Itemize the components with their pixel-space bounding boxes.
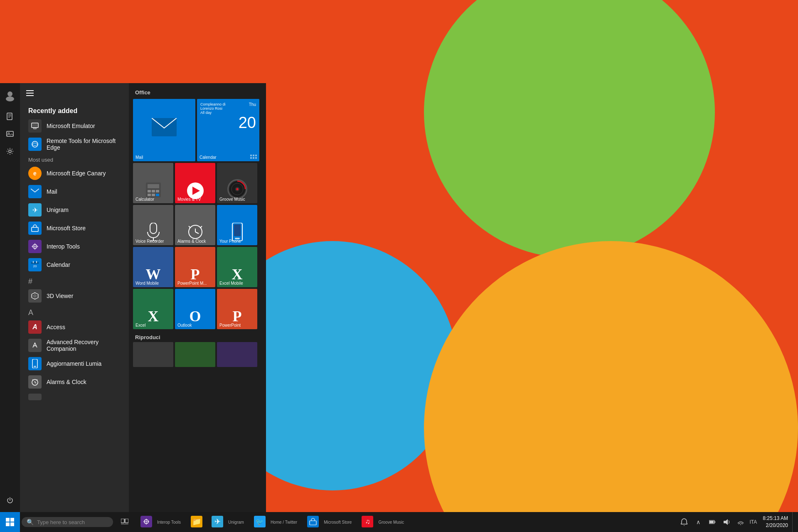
tile-calc-label: Calculator — [133, 195, 173, 203]
tile-ppt-mobile[interactable]: P PowerPoint M... — [175, 247, 215, 287]
taskbar-icon-explorer: 📁 — [191, 516, 202, 527]
calendar-event-time: All day — [200, 111, 226, 115]
svg-point-0 — [7, 91, 12, 96]
svg-rect-70 — [310, 521, 316, 525]
battery-icon[interactable] — [706, 515, 719, 529]
taskbar-app-twitter[interactable]: 🐦 — [250, 512, 270, 532]
tiles-row-4: W Word Mobile P PowerPoint M... X Excel … — [133, 247, 262, 287]
app-icon-remote — [28, 138, 42, 151]
tile-outlook[interactable]: O Outlook — [175, 289, 215, 329]
app-lumia[interactable]: Aggiornamenti Lumia — [20, 355, 129, 373]
tile-your-phone[interactable]: Your Phone — [217, 205, 257, 245]
language-indicator[interactable]: ITA — [748, 519, 759, 525]
svg-point-8 — [9, 150, 11, 153]
sidebar-settings-icon[interactable] — [2, 143, 18, 160]
taskbar-app-unigram[interactable]: ✈ — [207, 512, 227, 532]
taskbar-right: ∧ ITA 8:25:13 AM 2/20/2020 — [677, 512, 798, 532]
sidebar-document-icon[interactable] — [2, 108, 18, 125]
clock-date: 2/20/2020 — [763, 522, 788, 529]
tile-word[interactable]: W Word Mobile — [133, 247, 173, 287]
task-view-button[interactable] — [115, 512, 135, 532]
hamburger-button[interactable] — [20, 83, 40, 103]
app-access[interactable]: A Access — [20, 318, 129, 336]
svg-text:20: 20 — [33, 264, 37, 268]
tiles-panel: Office Mail Compleanno di Lorenzo Rosi — [129, 83, 266, 512]
svg-rect-41 — [156, 190, 159, 192]
tile-movies[interactable]: Movies & TV — [175, 163, 215, 203]
svg-rect-2 — [7, 113, 12, 120]
svg-rect-62 — [6, 522, 10, 526]
tile-riproduci-3[interactable] — [217, 342, 257, 367]
svg-rect-14 — [34, 128, 36, 129]
app-microsoft-emulator[interactable]: Microsoft Emulator — [20, 117, 129, 135]
svg-rect-59 — [234, 224, 241, 236]
app-3d-viewer[interactable]: 3D Viewer — [20, 287, 129, 305]
svg-line-35 — [37, 379, 37, 380]
taskbar-app-groove[interactable]: ♫ — [357, 512, 377, 532]
calendar-day-num: 20 — [200, 115, 256, 131]
svg-rect-39 — [148, 190, 151, 192]
tile-groove[interactable]: Groove Music — [217, 163, 257, 203]
app-calendar[interactable]: 20 Calendar — [20, 256, 129, 274]
app-icon-alarms — [28, 375, 42, 389]
taskbar-groove-label: Groove Music — [378, 520, 404, 525]
app-icon-arc — [28, 339, 42, 352]
show-hidden-icons[interactable]: ∧ — [692, 515, 705, 529]
sidebar-photos-icon[interactable] — [2, 126, 18, 142]
svg-line-55 — [189, 226, 190, 228]
taskbar-app-explorer[interactable]: 📁 — [187, 512, 207, 532]
app-interop-tools[interactable]: Interop Tools — [20, 237, 129, 256]
app-name-access: Access — [47, 324, 65, 330]
svg-rect-38 — [148, 184, 159, 188]
app-name-mail: Mail — [47, 188, 57, 195]
svg-line-54 — [195, 232, 199, 234]
sidebar-power-icon[interactable] — [2, 492, 18, 509]
app-icon-interop — [28, 240, 42, 253]
calendar-day-name: Thu — [249, 102, 256, 107]
svg-rect-22 — [31, 262, 39, 264]
app-edge-canary[interactable]: e Microsoft Edge Canary — [20, 164, 129, 182]
app-mail[interactable]: Mail — [20, 182, 129, 201]
search-icon: 🔍 — [27, 519, 34, 525]
app-remote-tools[interactable]: Remote Tools for Microsoft Edge — [20, 135, 129, 153]
tile-calculator[interactable]: Calculator — [133, 163, 173, 203]
app-name-arc: Advanced Recovery Companion — [47, 339, 121, 352]
taskbar-app-interop[interactable] — [136, 512, 156, 532]
taskbar-app-ms-store[interactable] — [303, 512, 323, 532]
tile-riproduci-2[interactable] — [175, 342, 215, 367]
tile-groove-label: Groove Music — [217, 195, 257, 203]
tile-calendar-label: Calendar — [197, 153, 259, 161]
tile-excel-mobile[interactable]: X Excel Mobile — [217, 247, 257, 287]
taskbar-clock[interactable]: 8:25:13 AM 2/20/2020 — [759, 515, 791, 529]
tile-riproduci-1[interactable] — [133, 342, 173, 367]
app-icon-lumia — [28, 357, 42, 370]
app-alarms-clock[interactable]: Alarms & Clock — [20, 373, 129, 391]
app-arc[interactable]: Advanced Recovery Companion — [20, 336, 129, 355]
tile-mail-label: Mail — [133, 153, 195, 161]
network-icon[interactable] — [734, 515, 747, 529]
tile-alarms[interactable]: Alarms & Clock — [175, 205, 215, 245]
svg-rect-6 — [7, 131, 13, 136]
tile-calendar[interactable]: Compleanno di Lorenzo Rosi All day Thu 2… — [197, 99, 259, 161]
tile-mail[interactable]: Mail — [133, 99, 195, 161]
tile-excel[interactable]: X Excel — [133, 289, 173, 329]
taskbar-search[interactable]: 🔍 Type here to search — [22, 517, 113, 527]
app-ms-store[interactable]: Microsoft Store — [20, 219, 129, 237]
svg-rect-17 — [32, 227, 38, 232]
app-partial[interactable] — [20, 391, 129, 403]
app-unigram[interactable]: ✈ Unigram — [20, 201, 129, 219]
clock-time: 8:25:13 AM — [763, 515, 788, 522]
volume-icon[interactable] — [720, 515, 733, 529]
user-avatar[interactable] — [2, 87, 18, 104]
svg-rect-65 — [125, 519, 128, 523]
app-name-emulator: Microsoft Emulator — [47, 123, 95, 129]
notification-icon[interactable] — [677, 515, 691, 529]
app-name-lumia: Aggiornamenti Lumia — [47, 360, 101, 367]
app-name-unigram: Unigram — [47, 207, 69, 213]
tile-voice[interactable]: Voice Recorder — [133, 205, 173, 245]
taskbar-icon-ms-store — [307, 516, 319, 527]
start-button[interactable] — [0, 512, 20, 532]
tile-ppt2[interactable]: P PowerPoint — [217, 289, 257, 329]
app-name-3d-viewer: 3D Viewer — [47, 293, 73, 299]
show-desktop[interactable] — [792, 512, 795, 532]
